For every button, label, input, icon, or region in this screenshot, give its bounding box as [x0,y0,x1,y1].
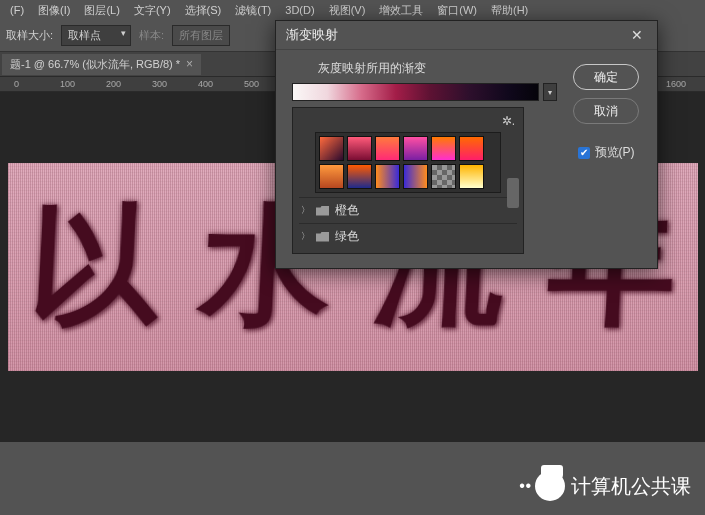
dialog-titlebar[interactable]: 渐变映射 ✕ [276,21,657,50]
tab-close-icon[interactable]: × [186,57,193,71]
preset-folder-green[interactable]: 〉 绿色 [299,223,517,249]
menu-layer[interactable]: 图层(L) [78,1,125,20]
document-tab[interactable]: 题-1 @ 66.7% (似水流年, RGB/8) * × [2,54,201,75]
ink-char-1: 以 [24,179,163,355]
gradient-dropdown-button[interactable]: ▾ [543,83,557,101]
menu-3d[interactable]: 3D(D) [279,2,320,18]
ruler-tick: 100 [60,79,75,89]
wechat-icon [535,471,565,501]
watermark: • • 计算机公共课 [519,471,691,501]
menu-window[interactable]: 窗口(W) [431,1,483,20]
preview-label: 预览(P) [595,144,635,161]
menu-image[interactable]: 图像(I) [32,1,76,20]
folder-icon [316,206,329,216]
chevron-right-icon: 〉 [301,230,310,243]
preset-swatch[interactable] [319,136,344,161]
gradient-preset-panel: ✲. 〉 [292,107,524,254]
menubar: (F) 图像(I) 图层(L) 文字(Y) 选择(S) 滤镜(T) 3D(D) … [0,0,705,20]
ruler-tick: 200 [106,79,121,89]
preset-swatch[interactable] [375,164,400,189]
preset-swatch[interactable] [347,164,372,189]
preset-swatch[interactable] [431,136,456,161]
sample-size-label: 取样大小: [6,28,53,43]
preset-swatch[interactable] [431,164,456,189]
preset-swatch[interactable] [375,136,400,161]
chevron-right-icon: 〉 [301,204,310,217]
folder-label: 绿色 [335,228,359,245]
sample-value[interactable]: 所有图层 [172,25,230,46]
preview-checkbox-row[interactable]: ✔ 预览(P) [578,144,635,161]
preset-swatch[interactable] [459,164,484,189]
ruler-tick: 1600 [666,79,686,89]
menu-select[interactable]: 选择(S) [179,1,228,20]
gradient-map-dialog: 渐变映射 ✕ 灰度映射所用的渐变 ▾ ✲. [275,20,658,269]
menu-help[interactable]: 帮助(H) [485,1,534,20]
preset-swatch[interactable] [319,164,344,189]
cancel-button[interactable]: 取消 [573,98,639,124]
checkbox-checked-icon[interactable]: ✔ [578,147,590,159]
folder-icon [316,232,329,242]
menu-file[interactable]: (F) [4,2,30,18]
preset-swatch[interactable] [403,164,428,189]
group-label: 灰度映射所用的渐变 [288,60,557,77]
close-icon[interactable]: ✕ [627,27,647,43]
menu-filter[interactable]: 滤镜(T) [229,1,277,20]
ok-button[interactable]: 确定 [573,64,639,90]
preset-swatch[interactable] [459,136,484,161]
watermark-text: 计算机公共课 [571,473,691,500]
ruler-tick: 300 [152,79,167,89]
gear-icon[interactable]: ✲. [502,114,515,128]
tab-title: 题-1 @ 66.7% (似水流年, RGB/8) * [10,57,180,72]
sample-label: 样本: [139,28,164,43]
ruler-tick: 400 [198,79,213,89]
preset-folder-orange[interactable]: 〉 橙色 [299,197,517,223]
menu-plugins[interactable]: 增效工具 [373,1,429,20]
menu-view[interactable]: 视图(V) [323,1,372,20]
ruler-tick: 0 [14,79,19,89]
menu-type[interactable]: 文字(Y) [128,1,177,20]
dialog-title: 渐变映射 [286,26,338,44]
preset-swatch-grid [315,132,501,193]
ruler-tick: 500 [244,79,259,89]
folder-label: 橙色 [335,202,359,219]
scrollbar-thumb[interactable] [507,178,519,208]
preset-swatch[interactable] [347,136,372,161]
watermark-dots-icon: • • [519,477,529,495]
preset-swatch[interactable] [403,136,428,161]
sample-size-dropdown[interactable]: 取样点 [61,25,131,46]
gradient-preview-bar[interactable] [292,83,539,101]
